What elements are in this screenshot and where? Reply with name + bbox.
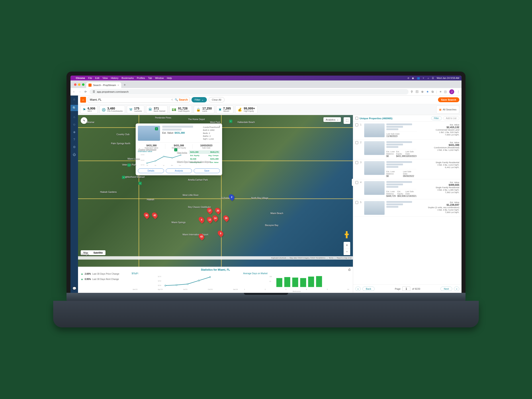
search-icon[interactable]: ⌕ <box>428 77 429 79</box>
menubar-item[interactable]: History <box>111 77 118 79</box>
menubar-item[interactable]: Help <box>167 77 172 79</box>
tab-close-icon[interactable]: × <box>117 84 119 86</box>
nav-reload-icon[interactable]: ⟳ <box>84 90 87 93</box>
analytics-dropdown[interactable]: Analytics⌄ <box>323 117 341 122</box>
property-checkbox[interactable] <box>355 141 358 144</box>
add-to-list-button[interactable]: Add to List <box>443 116 459 120</box>
stat-card[interactable]: 💵91,728Cash Buyers <box>169 106 192 114</box>
browser-tab[interactable]: Search - PropStream × <box>86 82 121 88</box>
property-row[interactable]: 4 Est. Loan Balance:$448,729Est. Equity:… <box>353 179 462 199</box>
screen-mirror-icon[interactable]: ⎚ <box>408 77 409 79</box>
map-type-satellite[interactable]: Satellite <box>91 250 105 255</box>
pager-first-button[interactable]: « <box>355 287 361 291</box>
filter-button[interactable]: Filter⌄ <box>191 97 207 102</box>
window-close-icon[interactable] <box>74 83 76 86</box>
stat-card[interactable]: ⚒175Auctions <box>127 106 144 114</box>
map-poi-icon[interactable]: • <box>229 120 232 123</box>
select-all-checkbox[interactable] <box>355 117 358 120</box>
zoom-out-button[interactable]: − <box>344 248 350 255</box>
property-checkbox[interactable] <box>355 161 358 164</box>
map-pin[interactable]: 36 <box>143 211 150 219</box>
nav-chat-icon[interactable]: 💬 <box>72 287 76 290</box>
property-row[interactable]: 3 Est. Loan Balance:$0Last Sale Date:09/… <box>353 159 462 179</box>
nav-forward-icon[interactable]: → <box>78 90 82 93</box>
app-logo-icon[interactable]: ⌂ <box>80 97 86 103</box>
pager-back-button[interactable]: Back <box>362 287 374 291</box>
stat-card[interactable]: 🔒17,250Liens <box>194 106 214 114</box>
menubar-item[interactable]: Profiles <box>137 77 145 79</box>
search-button[interactable]: 🔍Search <box>173 98 188 101</box>
nav-search-icon[interactable]: 🔍 <box>70 105 78 111</box>
map-pin[interactable]: 42 <box>151 211 158 219</box>
clear-input-icon[interactable]: × <box>171 98 173 101</box>
property-row[interactable]: 5 Est. Value $1,238,697 Duplex (2 units,… <box>353 199 462 217</box>
record-icon[interactable]: ◉ <box>412 77 414 80</box>
new-tab-button[interactable]: + <box>122 82 127 88</box>
nav-home-icon[interactable]: ⌂ <box>73 97 75 101</box>
control-center-icon[interactable]: ☰ <box>432 77 434 80</box>
menubar-item[interactable]: File <box>88 77 92 79</box>
zoom-icon[interactable]: ⊕ <box>421 90 424 93</box>
map-canvas[interactable]: ✎ Analytics⌄ ⛶ Map Satellite + − ‹ Googl… <box>78 115 353 267</box>
popup-save-button[interactable]: Save <box>194 168 220 173</box>
property-row[interactable]: 1 Last Sale Date:11/30/2023 Est. Value $… <box>353 122 462 139</box>
all-searches-button[interactable]: ▦All Searches <box>436 106 459 114</box>
profile-avatar[interactable]: J <box>449 89 454 94</box>
pager-next-button[interactable]: Next <box>440 287 452 291</box>
menubar-item[interactable]: Bookmarks <box>121 77 134 79</box>
menubar-item[interactable]: Tab <box>148 77 152 79</box>
site-settings-icon[interactable]: ☰ <box>93 90 95 93</box>
extensions-icon[interactable]: ⧉ <box>431 90 434 94</box>
pager-page-input[interactable] <box>402 286 410 291</box>
nav-diamond-icon[interactable]: ◈ <box>73 130 76 134</box>
address-bar[interactable]: ☰ app.propstream.com/search <box>89 89 409 95</box>
menubar-item[interactable]: Window <box>155 77 164 79</box>
map-pin[interactable]: 2 <box>228 193 235 201</box>
map-poi-icon[interactable]: • <box>127 164 131 167</box>
menubar-app[interactable]: Chrome <box>76 77 85 79</box>
map-poi-icon[interactable]: • <box>122 176 125 179</box>
popup-close-icon[interactable]: × <box>219 125 220 128</box>
property-search-input[interactable]: × 🔍Search <box>88 97 190 103</box>
property-checkbox[interactable] <box>355 201 358 204</box>
property-checkbox[interactable] <box>355 123 358 126</box>
stat-card[interactable]: ⚑6,906MLS <box>80 106 98 114</box>
menubar-datetime[interactable]: Wed Jan 24 9:59 AM <box>437 77 459 79</box>
map-pin[interactable]: 4 <box>197 216 205 224</box>
people-icon[interactable]: 👥 <box>417 77 420 80</box>
sidepanel-icon[interactable]: ◫ <box>444 90 447 93</box>
reading-list-icon[interactable]: ≡ <box>440 90 441 93</box>
wifi-icon[interactable]: ᯤ <box>423 77 425 79</box>
nav-user-icon[interactable]: ☺ <box>73 123 76 126</box>
menubar-item[interactable]: Edit <box>95 77 99 79</box>
zoom-in-button[interactable]: + <box>344 242 350 248</box>
nav-back-icon[interactable]: ← <box>72 90 76 93</box>
popup-details-button[interactable]: Details <box>138 168 164 173</box>
bookmark-icon[interactable]: ★ <box>426 90 429 93</box>
print-icon[interactable]: ⎙ <box>348 268 350 271</box>
search-field[interactable] <box>90 98 171 101</box>
streetview-pegman-icon[interactable] <box>344 231 349 238</box>
fullscreen-button[interactable]: ⛶ <box>344 117 350 124</box>
window-maximize-icon[interactable] <box>82 83 84 86</box>
nav-power-icon[interactable]: ⏻ <box>73 153 76 156</box>
stat-card[interactable]: 💰99,999+High Equity <box>235 106 258 114</box>
clear-all-button[interactable]: Clear All <box>209 97 225 102</box>
panel-collapse-handle[interactable]: ‹ <box>352 179 353 186</box>
map-pin[interactable]: 19 <box>222 214 230 222</box>
stat-card[interactable]: ✖7,395Vacant <box>216 106 234 114</box>
pager-last-button[interactable]: » <box>454 287 459 291</box>
menubar-item[interactable]: View <box>102 77 108 79</box>
stat-card[interactable]: ⨂3,480Pre-Foreclosures <box>100 106 125 114</box>
map-pin[interactable]: 20 <box>214 207 222 215</box>
map-poi-icon[interactable]: • <box>174 148 177 151</box>
property-checkbox[interactable] <box>355 181 358 184</box>
map-poi-icon[interactable]: • <box>155 127 158 130</box>
stat-card[interactable]: 🏛371Bank Owned <box>146 106 168 114</box>
nav-property-icon[interactable]: ⌂ <box>73 115 75 119</box>
nav-gear-icon[interactable]: ⚙ <box>73 145 76 149</box>
map-poi-icon[interactable]: • <box>139 182 142 185</box>
property-row[interactable]: 2 Est. Loan Balance:$0Est. Equity:$431,3… <box>353 139 462 159</box>
window-minimize-icon[interactable] <box>78 83 81 86</box>
map-pin[interactable]: 9 <box>217 229 225 237</box>
